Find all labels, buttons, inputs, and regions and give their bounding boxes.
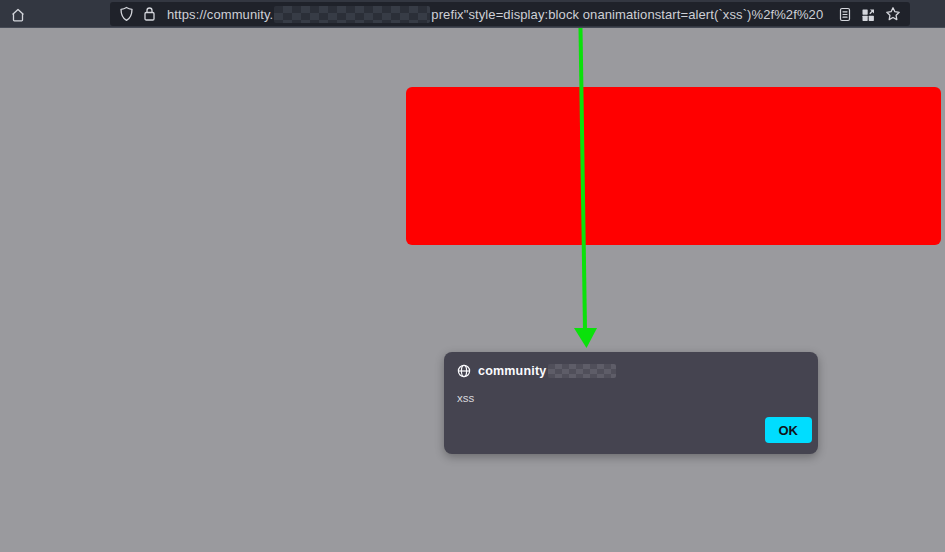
injected-red-block [406,87,941,245]
lock-icon[interactable] [143,6,156,22]
bookmark-star-icon[interactable] [885,6,901,22]
alert-dialog-header: community [457,364,806,378]
redacted-url-segment [274,6,430,23]
urlbar-action-icons [838,6,901,22]
tracking-protection-shield-icon[interactable] [119,6,134,22]
globe-icon [457,364,471,378]
url-suffix: prefix"style=display:block onanimationst… [431,7,823,22]
reader-view-icon[interactable] [838,7,852,22]
alert-message: xss [457,392,474,404]
browser-toolbar: https://community.prefix"style=display:b… [0,0,945,28]
grid-icon[interactable] [861,7,876,22]
redacted-domain-segment [548,364,616,378]
alert-dialog-title: community [478,364,546,378]
url-prefix: https://community. [167,7,273,22]
browser-window: { "toolbar": { "url": { "prefix": "https… [0,0,945,552]
url-bar[interactable]: https://community.prefix"style=display:b… [110,2,910,26]
url-text[interactable]: https://community.prefix"style=display:b… [167,6,838,23]
alert-dialog: community xss OK [444,352,818,454]
ok-button[interactable]: OK [765,417,813,443]
home-icon[interactable] [9,6,27,23]
